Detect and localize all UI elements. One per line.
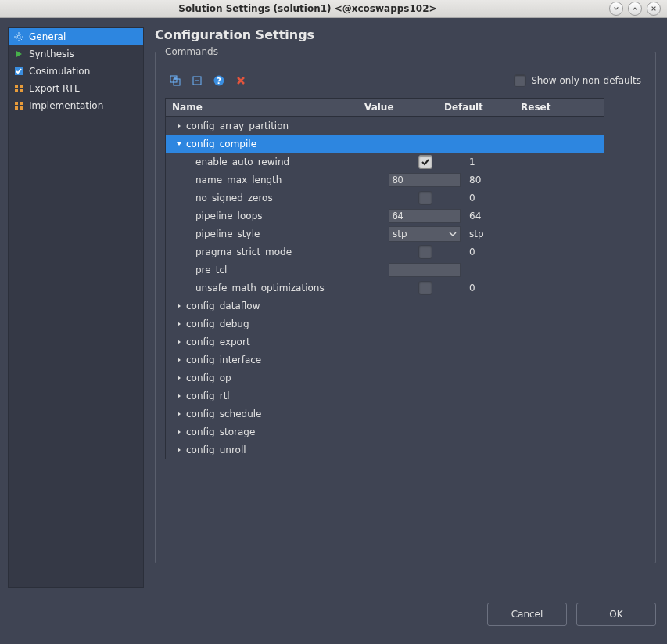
table-row[interactable]: config_unroll — [166, 441, 604, 459]
row-name: pipeline_loops — [195, 210, 263, 221]
row-name: pragma_strict_mode — [195, 246, 292, 257]
svg-rect-3 — [20, 85, 23, 88]
chevron-right-icon[interactable] — [174, 321, 185, 327]
sidebar-item-label: Implementation — [29, 100, 103, 111]
sidebar-item-label: Cosimulation — [29, 66, 90, 77]
value-input[interactable] — [389, 173, 461, 187]
svg-rect-7 — [20, 102, 23, 105]
sidebar-item-label: Export RTL — [29, 83, 80, 94]
row-default: stp — [469, 228, 484, 239]
row-name: config_interface — [186, 354, 261, 365]
sidebar-item-cosimulation[interactable]: Cosimulation — [9, 63, 143, 80]
chevron-down-icon — [449, 230, 457, 238]
cancel-button[interactable]: Cancel — [487, 603, 567, 626]
table-row: unsafe_math_optimizations0 — [166, 279, 604, 297]
table-row[interactable]: config_export — [166, 333, 604, 351]
svg-rect-5 — [20, 89, 23, 92]
chevron-right-icon[interactable] — [174, 375, 185, 381]
table-row[interactable]: config_rtl — [166, 387, 604, 405]
row-default: 0 — [469, 192, 475, 203]
sidebar-item-synthesis[interactable]: Synthesis — [9, 45, 143, 63]
row-name: unsafe_math_optimizations — [195, 282, 325, 293]
sidebar-item-general[interactable]: General — [9, 28, 143, 45]
row-name: config_op — [186, 372, 231, 383]
check-icon — [13, 66, 24, 77]
header-reset: Reset — [518, 99, 604, 116]
header-value: Value — [364, 99, 441, 116]
table-row: pre_tcl — [166, 261, 604, 279]
row-name: name_max_length — [195, 174, 282, 185]
commands-group: Commands ? — [155, 52, 656, 563]
value-input[interactable] — [389, 263, 461, 277]
show-only-non-defaults-checkbox[interactable] — [514, 74, 526, 87]
table-row[interactable]: config_storage — [166, 423, 604, 441]
chevron-right-icon[interactable] — [174, 429, 185, 435]
chevron-right-icon[interactable] — [174, 393, 185, 399]
table-row: enable_auto_rewind1 — [166, 153, 604, 171]
grid-icon — [13, 83, 24, 94]
svg-rect-4 — [15, 89, 18, 92]
chevron-right-icon[interactable] — [174, 303, 185, 309]
table-row[interactable]: config_array_partition — [166, 117, 604, 135]
chevron-down-icon[interactable] — [174, 141, 185, 147]
row-name: config_rtl — [186, 390, 230, 401]
table-row: pipeline_stylestpstp — [166, 225, 604, 243]
table-row: pragma_strict_mode0 — [166, 243, 604, 261]
reset-icon[interactable] — [234, 74, 248, 88]
table-row[interactable]: config_debug — [166, 315, 604, 333]
table-header: Name Value Default Reset — [166, 99, 604, 117]
play-icon — [13, 49, 24, 59]
row-name: config_unroll — [186, 444, 246, 455]
value-input[interactable] — [389, 209, 461, 223]
gear-icon — [13, 31, 24, 42]
table-row: no_signed_zeros0 — [166, 189, 604, 207]
row-name: config_debug — [186, 318, 249, 329]
page-title: Configuration Settings — [155, 27, 659, 42]
table-row[interactable]: config_schedule — [166, 405, 604, 423]
chevron-right-icon[interactable] — [174, 447, 185, 453]
settings-table: Name Value Default Reset config_array_pa… — [165, 98, 604, 459]
row-name: pipeline_style — [195, 228, 260, 239]
commands-group-label: Commands — [162, 46, 221, 57]
value-select[interactable]: stp — [389, 226, 461, 242]
collapse-all-icon[interactable] — [190, 74, 204, 88]
sidebar-item-implementation[interactable]: Implementation — [9, 97, 143, 114]
value-checkbox[interactable] — [418, 191, 432, 205]
table-row[interactable]: config_op — [166, 369, 604, 387]
table-row[interactable]: config_interface — [166, 351, 604, 369]
table-row[interactable]: config_dataflow — [166, 297, 604, 315]
sidebar: GeneralSynthesisCosimulationExport RTLIm… — [8, 27, 144, 588]
row-name: config_array_partition — [186, 121, 289, 131]
sidebar-item-export-rtl[interactable]: Export RTL — [9, 80, 143, 97]
close-button[interactable] — [647, 2, 661, 16]
value-checkbox[interactable] — [418, 281, 432, 295]
chevron-right-icon[interactable] — [174, 123, 185, 129]
chevron-right-icon[interactable] — [174, 339, 185, 345]
row-default: 80 — [469, 174, 481, 185]
header-name: Name — [166, 99, 364, 116]
maximize-button[interactable] — [628, 2, 642, 16]
svg-rect-6 — [15, 102, 18, 105]
expand-all-icon[interactable] — [168, 74, 182, 88]
chevron-right-icon[interactable] — [174, 411, 185, 417]
row-name: config_dataflow — [186, 300, 260, 311]
sidebar-item-label: General — [29, 31, 66, 42]
chevron-right-icon[interactable] — [174, 357, 185, 363]
svg-point-0 — [17, 35, 20, 38]
titlebar: Solution Settings (solution1) <@xcoswapp… — [0, 0, 667, 18]
value-checkbox[interactable] — [418, 245, 432, 259]
header-default: Default — [441, 99, 518, 116]
value-checkbox[interactable] — [418, 155, 432, 169]
minimize-button[interactable] — [609, 2, 623, 16]
row-default: 0 — [469, 282, 475, 293]
row-name: config_compile — [186, 139, 256, 149]
ok-button[interactable]: OK — [576, 603, 656, 626]
help-icon[interactable]: ? — [212, 74, 226, 88]
table-row: pipeline_loops64 — [166, 207, 604, 225]
row-name: enable_auto_rewind — [195, 157, 289, 167]
grid-icon — [13, 100, 24, 111]
row-default: 64 — [469, 210, 481, 221]
svg-rect-9 — [20, 106, 23, 110]
table-row[interactable]: config_compile — [166, 135, 604, 153]
dialog-window: Solution Settings (solution1) <@xcoswapp… — [0, 0, 667, 644]
